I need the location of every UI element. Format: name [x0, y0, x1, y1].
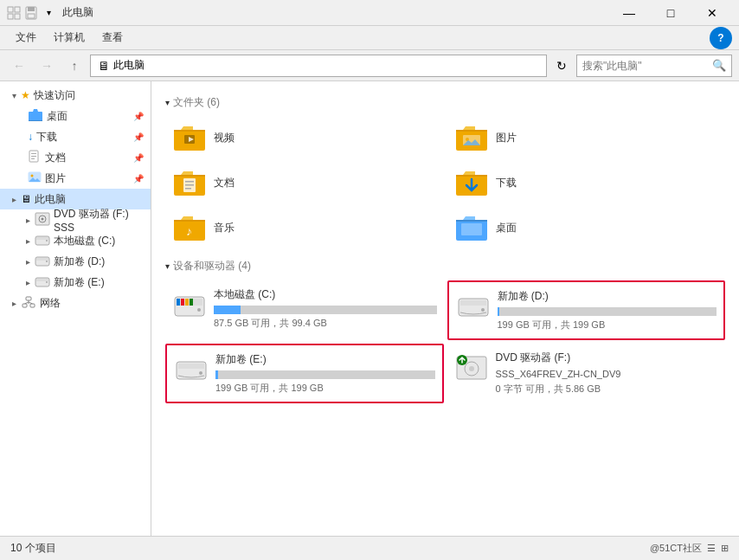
forward-button[interactable]: → — [35, 54, 59, 78]
computer-address-icon: 🖥 — [98, 59, 110, 73]
save-icon — [24, 6, 38, 20]
svg-text:♪: ♪ — [186, 224, 192, 238]
sidebar-item-local-c[interactable]: ▸ 本地磁盘 (C:) — [0, 230, 151, 251]
devices-toggle[interactable]: ▾ — [165, 261, 170, 271]
svg-point-15 — [31, 174, 34, 177]
vold-label: 新加卷 (D:) — [54, 254, 144, 269]
disk-e-icon — [35, 274, 50, 291]
devices-section-header: ▾ 设备和驱动器 (4) — [165, 259, 725, 274]
menu-computer[interactable]: 计算机 — [45, 27, 93, 48]
drive-e-bar-container — [215, 370, 435, 379]
sidebar-item-network[interactable]: ▸ 网络 — [0, 293, 151, 313]
music-folder-icon: ♪ — [172, 212, 207, 243]
doc-icon — [28, 150, 42, 166]
svg-rect-6 — [28, 14, 35, 18]
menu-file[interactable]: 文件 — [7, 27, 45, 48]
folder-desktop[interactable]: 桌面 — [447, 207, 726, 248]
drive-item-c[interactable]: 本地磁盘 (C:) 87.5 GB 可用，共 99.4 GB — [165, 280, 444, 340]
sidebar-item-vol-d[interactable]: ▸ 新加卷 (D:) — [0, 251, 151, 272]
close-button[interactable]: ✕ — [692, 0, 732, 26]
vold-expand-icon: ▸ — [21, 257, 35, 267]
content-area: ▾ 文件夹 (6) 视频 — [151, 81, 739, 536]
address-input[interactable]: 🖥 此电脑 — [90, 55, 547, 77]
desktop-pin-icon: 📌 — [133, 112, 144, 121]
download-icon: ↓ — [28, 131, 33, 143]
drive-c-info: 本地磁盘 (C:) 87.5 GB 可用，共 99.4 GB — [214, 287, 437, 330]
svg-rect-51 — [185, 184, 194, 186]
folder-music[interactable]: ♪ 音乐 — [165, 207, 444, 248]
music-folder-name: 音乐 — [214, 221, 235, 235]
drive-item-e[interactable]: 新加卷 (E:) 199 GB 可用，共 199 GB — [165, 344, 444, 403]
svg-rect-1 — [15, 7, 20, 12]
desktop-label: 桌面 — [47, 109, 132, 124]
status-right: @51CT社区 ☰ ⊞ — [650, 542, 729, 555]
folder-video[interactable]: 视频 — [165, 117, 444, 158]
status-bar: 10 个项目 @51CT社区 ☰ ⊞ — [0, 536, 739, 560]
window-controls: — □ ✕ — [609, 0, 732, 26]
window-title: 此电脑 — [62, 5, 609, 20]
refresh-button[interactable]: ↻ — [550, 55, 573, 77]
drive-d-stats: 199 GB 可用，共 199 GB — [498, 319, 717, 331]
drive-item-d[interactable]: 新加卷 (D:) 199 GB 可用，共 199 GB — [447, 280, 726, 340]
sidebar-item-quick-access[interactable]: ▾ ★ 快速访问 — [0, 85, 151, 106]
svg-rect-62 — [456, 220, 487, 222]
quick-access-items: 桌面 📌 ↓ 下载 📌 文档 📌 图片 📌 — [0, 106, 151, 189]
video-folder-name: 视频 — [214, 131, 235, 145]
drive-d-bar — [498, 307, 500, 316]
documents-folder-icon — [172, 167, 207, 198]
pictures-pin-icon: 📌 — [133, 174, 144, 183]
search-box[interactable]: 🔍 — [576, 55, 732, 77]
search-icon: 🔍 — [712, 59, 726, 72]
minimize-button[interactable]: — — [609, 0, 649, 26]
svg-point-19 — [42, 217, 44, 220]
svg-rect-75 — [178, 364, 204, 369]
svg-rect-12 — [31, 156, 36, 157]
svg-rect-5 — [28, 7, 35, 11]
svg-rect-58 — [174, 220, 205, 222]
drive-c-bar — [214, 306, 241, 314]
devices-section-title: 设备和驱动器 (4) — [173, 259, 251, 274]
sidebar-item-vol-e[interactable]: ▸ 新加卷 (E:) — [0, 272, 151, 293]
help-button[interactable]: ? — [710, 27, 732, 49]
desktop-folder-icon-main — [454, 212, 489, 243]
drives-grid: 本地磁盘 (C:) 87.5 GB 可用，共 99.4 GB — [165, 280, 725, 403]
search-input[interactable] — [582, 60, 712, 72]
view-icons-icon[interactable]: ⊞ — [721, 543, 729, 554]
svg-point-22 — [46, 240, 48, 241]
view-details-icon[interactable]: ☰ — [707, 543, 716, 554]
picture-icon — [28, 171, 42, 187]
svg-marker-41 — [456, 126, 475, 130]
svg-rect-72 — [460, 300, 486, 306]
folder-documents[interactable]: 文档 — [165, 162, 444, 203]
drive-item-dvd[interactable]: DVD 驱动器 (F:) SSS_X64FREV_ZH-CN_DV9 0 字节 … — [447, 344, 726, 403]
svg-rect-24 — [36, 258, 48, 261]
maximize-button[interactable]: □ — [651, 0, 691, 26]
menu-bar: 文件 计算机 查看 ? — [0, 26, 739, 50]
documents-folder-name: 文档 — [214, 176, 235, 190]
svg-rect-31 — [26, 297, 31, 300]
svg-rect-7 — [29, 112, 42, 121]
address-text: 此电脑 — [113, 58, 145, 73]
folder-pictures[interactable]: 图片 — [447, 117, 726, 158]
folders-toggle[interactable]: ▾ — [165, 98, 170, 107]
menu-view[interactable]: 查看 — [93, 27, 132, 48]
documents-label: 文档 — [45, 151, 132, 165]
up-button[interactable]: ↑ — [62, 54, 87, 78]
folder-downloads[interactable]: 下载 — [447, 162, 726, 203]
svg-rect-52 — [185, 188, 191, 190]
back-button[interactable]: ← — [7, 54, 31, 78]
sidebar-item-desktop[interactable]: 桌面 📌 — [21, 106, 151, 126]
drive-d-bar-container — [498, 307, 717, 316]
sidebar-item-documents[interactable]: 文档 📌 — [21, 147, 151, 168]
title-bar-icons: ▾ — [7, 6, 55, 20]
svg-marker-57 — [174, 216, 193, 220]
network-icon — [21, 295, 36, 312]
sidebar-item-dvd[interactable]: ▸ DVD 驱动器 (F:) SSS — [0, 209, 151, 230]
dropdown-icon[interactable]: ▾ — [42, 6, 55, 20]
sidebar-item-pictures[interactable]: 图片 📌 — [21, 168, 151, 189]
video-folder-icon — [172, 122, 207, 153]
status-item-count: 10 个项目 — [10, 541, 56, 556]
sidebar-item-downloads[interactable]: ↓ 下载 📌 — [21, 126, 151, 147]
svg-point-80 — [469, 366, 474, 371]
vole-label: 新加卷 (E:) — [54, 275, 144, 290]
